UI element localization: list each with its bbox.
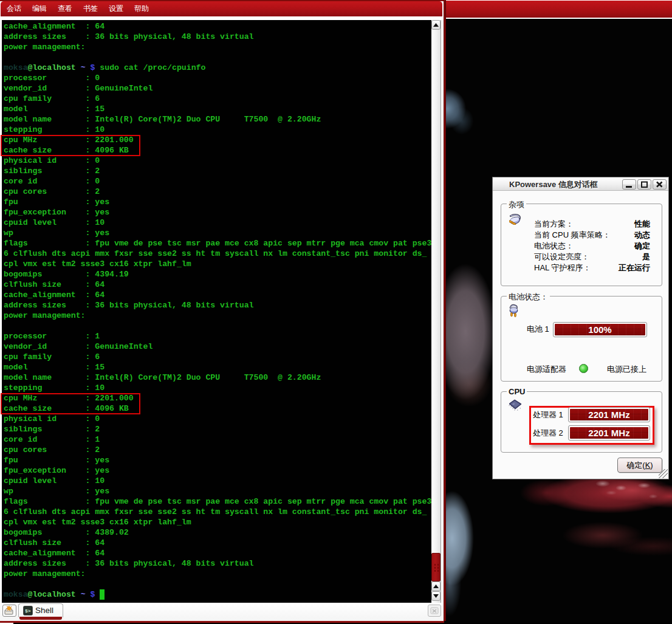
svg-text:$>: $>: [25, 608, 31, 614]
